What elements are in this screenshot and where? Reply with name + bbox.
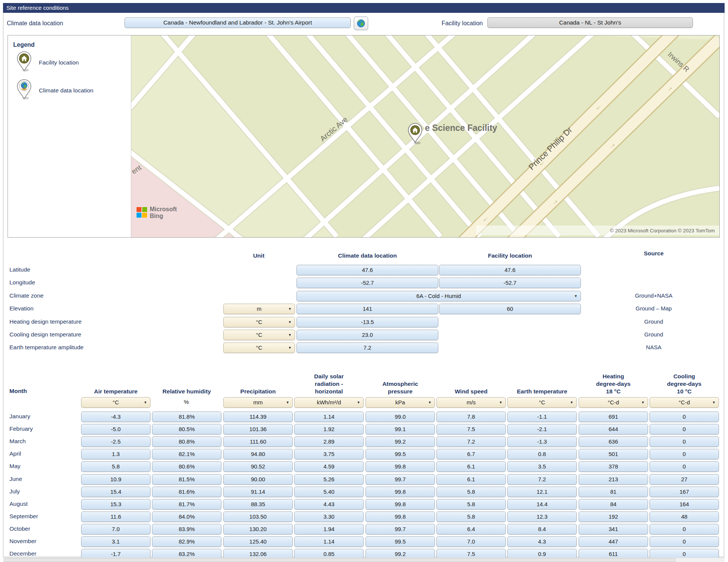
- monthly-value-cell[interactable]: 1.14: [294, 412, 364, 422]
- monthly-value-cell[interactable]: 1.92: [294, 424, 364, 435]
- monthly-value-cell[interactable]: 99.0: [366, 412, 435, 422]
- monthly-unit-dropdown[interactable]: °C-d▼: [579, 397, 648, 408]
- monthly-value-cell[interactable]: 5.8: [81, 461, 151, 472]
- monthly-value-cell[interactable]: 99.7: [366, 474, 435, 485]
- monthly-value-cell[interactable]: 6.1: [436, 474, 506, 485]
- monthly-value-cell[interactable]: 4.59: [294, 461, 364, 472]
- monthly-value-cell[interactable]: -4.3: [81, 412, 151, 422]
- monthly-value-cell[interactable]: 88.35: [223, 499, 293, 510]
- monthly-value-cell[interactable]: 12.1: [507, 487, 577, 497]
- monthly-value-cell[interactable]: 99.1: [366, 424, 435, 435]
- monthly-value-cell[interactable]: 15.4: [81, 487, 151, 497]
- horizontal-scrollbar-thumb[interactable]: [4, 558, 676, 562]
- monthly-value-cell[interactable]: 4.43: [294, 499, 364, 510]
- monthly-value-cell[interactable]: -2.5: [81, 436, 151, 447]
- monthly-value-cell[interactable]: -1.1: [507, 412, 577, 422]
- monthly-value-cell[interactable]: 6.4: [436, 524, 506, 534]
- monthly-value-cell[interactable]: 27: [650, 474, 719, 485]
- monthly-value-cell[interactable]: 80.6%: [152, 461, 221, 472]
- monthly-value-cell[interactable]: 99.2: [366, 436, 435, 447]
- monthly-value-cell[interactable]: 0: [650, 436, 719, 447]
- cond-unit-dropdown[interactable]: °C▼: [223, 342, 295, 353]
- monthly-value-cell[interactable]: 14.4: [507, 499, 577, 510]
- monthly-value-cell[interactable]: 6.7: [436, 449, 506, 459]
- monthly-value-cell[interactable]: 4.3: [507, 536, 577, 547]
- monthly-value-cell[interactable]: 82.1%: [152, 449, 221, 459]
- monthly-value-cell[interactable]: 0: [650, 461, 719, 472]
- monthly-unit-dropdown[interactable]: °C▼: [81, 397, 151, 408]
- monthly-value-cell[interactable]: 12.3: [507, 511, 577, 522]
- monthly-value-cell[interactable]: 80.5%: [152, 424, 221, 435]
- monthly-value-cell[interactable]: 99.8: [366, 487, 435, 497]
- monthly-value-cell[interactable]: 1.3: [81, 449, 151, 459]
- monthly-value-cell[interactable]: 48: [650, 511, 719, 522]
- monthly-value-cell[interactable]: 99.8: [366, 511, 435, 522]
- cond-unit-dropdown[interactable]: m▼: [223, 304, 295, 314]
- cond-climate-value-field[interactable]: -52.7: [296, 278, 438, 288]
- monthly-value-cell[interactable]: 99.5: [366, 536, 435, 547]
- monthly-value-cell[interactable]: 7.8: [436, 412, 506, 422]
- cond-facility-value-field[interactable]: 60: [439, 304, 581, 314]
- monthly-value-cell[interactable]: 91.14: [223, 487, 293, 497]
- monthly-value-cell[interactable]: 5.40: [294, 487, 364, 497]
- monthly-value-cell[interactable]: 2.89: [294, 436, 364, 447]
- monthly-value-cell[interactable]: 378: [579, 461, 648, 472]
- monthly-value-cell[interactable]: 1.14: [294, 536, 364, 547]
- monthly-value-cell[interactable]: 7.2: [436, 436, 506, 447]
- monthly-value-cell[interactable]: 213: [579, 474, 648, 485]
- monthly-value-cell[interactable]: 0: [650, 524, 719, 534]
- monthly-value-cell[interactable]: 501: [579, 449, 648, 459]
- monthly-value-cell[interactable]: 1.94: [294, 524, 364, 534]
- monthly-value-cell[interactable]: 90.00: [223, 474, 293, 485]
- monthly-value-cell[interactable]: 84.0%: [152, 511, 221, 522]
- monthly-value-cell[interactable]: 8.4: [507, 524, 577, 534]
- monthly-value-cell[interactable]: 83.9%: [152, 524, 221, 534]
- monthly-value-cell[interactable]: -1.3: [507, 436, 577, 447]
- bing-map[interactable]: → → → → → → Arctic Ave Prince Philip Dr …: [131, 35, 719, 237]
- monthly-value-cell[interactable]: 691: [579, 412, 648, 422]
- monthly-value-cell[interactable]: 90.52: [223, 461, 293, 472]
- monthly-value-cell[interactable]: 81: [579, 487, 648, 497]
- monthly-value-cell[interactable]: 81.7%: [152, 499, 221, 510]
- monthly-unit-dropdown[interactable]: mm▼: [223, 397, 293, 408]
- cond-climate-value-field[interactable]: 7.2: [296, 342, 438, 353]
- monthly-value-cell[interactable]: 114.39: [223, 412, 293, 422]
- monthly-value-cell[interactable]: 80.8%: [152, 436, 221, 447]
- monthly-value-cell[interactable]: 164: [650, 499, 719, 510]
- monthly-value-cell[interactable]: 6.1: [436, 461, 506, 472]
- cond-unit-dropdown[interactable]: °C▼: [223, 317, 295, 327]
- cond-facility-value-field[interactable]: -52.7: [439, 278, 581, 288]
- monthly-value-cell[interactable]: 130.20: [223, 524, 293, 534]
- monthly-value-cell[interactable]: 7.0: [436, 536, 506, 547]
- monthly-value-cell[interactable]: 101.36: [223, 424, 293, 435]
- monthly-value-cell[interactable]: 7.0: [81, 524, 151, 534]
- monthly-value-cell[interactable]: 0: [650, 424, 719, 435]
- monthly-value-cell[interactable]: 3.30: [294, 511, 364, 522]
- cond-climate-value-field[interactable]: 141: [296, 304, 438, 314]
- monthly-value-cell[interactable]: 10.9: [81, 474, 151, 485]
- monthly-value-cell[interactable]: 94.80: [223, 449, 293, 459]
- monthly-value-cell[interactable]: 3.75: [294, 449, 364, 459]
- monthly-value-cell[interactable]: 3.5: [507, 461, 577, 472]
- monthly-value-cell[interactable]: 0: [650, 412, 719, 422]
- monthly-value-cell[interactable]: 3.1: [81, 536, 151, 547]
- monthly-value-cell[interactable]: 0.8: [507, 449, 577, 459]
- monthly-value-cell[interactable]: 5.8: [436, 487, 506, 497]
- monthly-value-cell[interactable]: 0: [650, 536, 719, 547]
- monthly-unit-dropdown[interactable]: °C-d▼: [650, 397, 719, 408]
- monthly-unit-dropdown[interactable]: m/s▼: [436, 397, 506, 408]
- monthly-value-cell[interactable]: -5.0: [81, 424, 151, 435]
- cond-facility-value-field[interactable]: 47.6: [439, 265, 581, 275]
- cond-unit-dropdown[interactable]: °C▼: [223, 330, 295, 340]
- monthly-value-cell[interactable]: 99.7: [366, 524, 435, 534]
- monthly-value-cell[interactable]: 5.26: [294, 474, 364, 485]
- monthly-value-cell[interactable]: 103.50: [223, 511, 293, 522]
- monthly-value-cell[interactable]: 99.8: [366, 499, 435, 510]
- monthly-unit-dropdown[interactable]: kWh/m²/d▼: [294, 397, 364, 408]
- monthly-value-cell[interactable]: 15.3: [81, 499, 151, 510]
- monthly-value-cell[interactable]: 0: [650, 449, 719, 459]
- monthly-value-cell[interactable]: 167: [650, 487, 719, 497]
- monthly-value-cell[interactable]: 192: [579, 511, 648, 522]
- monthly-unit-dropdown[interactable]: kPa▼: [366, 397, 435, 408]
- monthly-value-cell[interactable]: 644: [579, 424, 648, 435]
